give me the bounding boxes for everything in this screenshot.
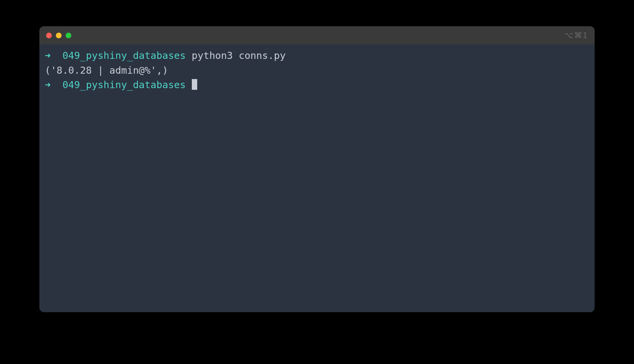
title-bar: ⌥⌘1: [39, 26, 595, 44]
directory-name: 049_pyshiny_databases: [62, 50, 186, 61]
maximize-button[interactable]: [66, 33, 71, 38]
minimize-button[interactable]: [56, 33, 62, 38]
prompt-arrow-icon: ➜: [45, 79, 50, 90]
tab-indicator: ⌥⌘1: [564, 31, 588, 40]
traffic-lights: [46, 33, 71, 38]
close-button[interactable]: [46, 33, 52, 38]
command-text: python3 conns.py: [192, 50, 286, 61]
cursor: [192, 79, 197, 90]
output-line: ('8.0.28 | admin@%',): [45, 63, 589, 78]
prompt-arrow-icon: ➜: [45, 50, 50, 61]
command-line: ➜ 049_pyshiny_databases python3 conns.py: [45, 48, 589, 63]
terminal-window: ⌥⌘1 ➜ 049_pyshiny_databases python3 conn…: [39, 26, 595, 312]
directory-name: 049_pyshiny_databases: [62, 79, 186, 90]
current-prompt-line: ➜ 049_pyshiny_databases: [45, 78, 589, 93]
terminal-body[interactable]: ➜ 049_pyshiny_databases python3 conns.py…: [39, 44, 595, 97]
